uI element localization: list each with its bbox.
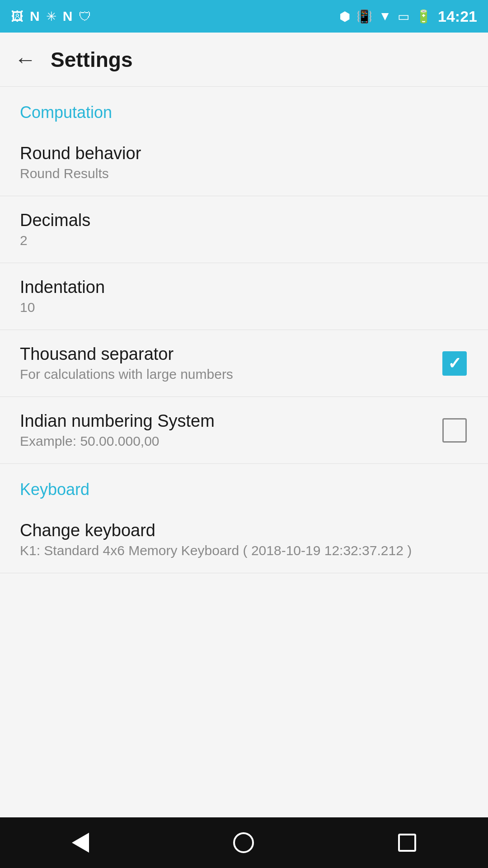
back-button[interactable]: ← xyxy=(14,47,36,72)
indian-numbering-text: Indian numbering System Example: 50.00.0… xyxy=(20,411,441,449)
vibrate-icon: 📳 xyxy=(357,9,372,24)
nav-bar xyxy=(0,817,488,868)
status-bar-right-icons: ⬢ 📳 ▼ ▭ 🔋 14:21 xyxy=(339,8,477,25)
thousand-separator-title: Thousand separator xyxy=(20,344,441,364)
shield-icon: 🛡 xyxy=(79,9,91,24)
thousand-separator-subtitle: For calculations with large numbers xyxy=(20,367,441,382)
nav-recents-button[interactable] xyxy=(398,834,416,852)
n-icon-1: N xyxy=(30,9,40,24)
back-icon xyxy=(72,833,89,853)
change-keyboard-title: Change keyboard xyxy=(20,521,468,540)
indian-numbering-title: Indian numbering System xyxy=(20,411,441,431)
thousand-separator-checkbox-container[interactable] xyxy=(441,350,468,377)
indian-numbering-checkbox-container[interactable] xyxy=(441,417,468,444)
wifi-icon: ▼ xyxy=(379,9,391,24)
indian-numbering-item[interactable]: Indian numbering System Example: 50.00.0… xyxy=(0,397,488,464)
decimals-subtitle: 2 xyxy=(20,233,468,248)
settings-content: Computation Round behavior Round Results… xyxy=(0,87,488,573)
sim-icon: ▭ xyxy=(398,9,409,24)
status-bar-left-icons: 🖼 N ✳ N 🛡 xyxy=(11,9,91,24)
change-keyboard-item[interactable]: Change keyboard K1: Standard 4x6 Memory … xyxy=(0,506,488,573)
status-bar: 🖼 N ✳ N 🛡 ⬢ 📳 ▼ ▭ 🔋 14:21 xyxy=(0,0,488,33)
computation-section-header: Computation xyxy=(0,87,488,129)
indian-numbering-checkbox[interactable] xyxy=(442,418,467,443)
nav-home-button[interactable] xyxy=(233,832,254,853)
indentation-subtitle: 10 xyxy=(20,300,468,315)
status-time: 14:21 xyxy=(438,8,477,25)
round-behavior-title: Round behavior xyxy=(20,144,468,163)
keyboard-section-header: Keyboard xyxy=(0,464,488,506)
recents-icon xyxy=(398,834,416,852)
decimals-item[interactable]: Decimals 2 xyxy=(0,196,488,263)
round-behavior-item[interactable]: Round behavior Round Results xyxy=(0,129,488,196)
battery-icon: 🔋 xyxy=(416,9,432,24)
bluetooth-icon: ⬢ xyxy=(339,9,350,24)
change-keyboard-text: Change keyboard K1: Standard 4x6 Memory … xyxy=(20,521,468,558)
indentation-text: Indentation 10 xyxy=(20,278,468,315)
indentation-item[interactable]: Indentation 10 xyxy=(0,263,488,330)
thousand-separator-text: Thousand separator For calculations with… xyxy=(20,344,441,382)
photo-icon: 🖼 xyxy=(11,9,23,24)
thousand-separator-item[interactable]: Thousand separator For calculations with… xyxy=(0,330,488,397)
thousand-separator-checkbox[interactable] xyxy=(442,351,467,376)
round-behavior-subtitle: Round Results xyxy=(20,166,468,181)
page-title: Settings xyxy=(51,47,132,72)
decimals-text: Decimals 2 xyxy=(20,211,468,248)
app-bar: ← Settings xyxy=(0,33,488,87)
pinwheel-icon: ✳ xyxy=(46,9,56,24)
decimals-title: Decimals xyxy=(20,211,468,230)
n-icon-2: N xyxy=(63,9,73,24)
indian-numbering-subtitle: Example: 50.00.000,00 xyxy=(20,434,441,449)
change-keyboard-subtitle: K1: Standard 4x6 Memory Keyboard ( 2018-… xyxy=(20,543,468,558)
round-behavior-text: Round behavior Round Results xyxy=(20,144,468,181)
nav-back-button[interactable] xyxy=(72,833,89,853)
indentation-title: Indentation xyxy=(20,278,468,297)
home-icon xyxy=(233,832,254,853)
